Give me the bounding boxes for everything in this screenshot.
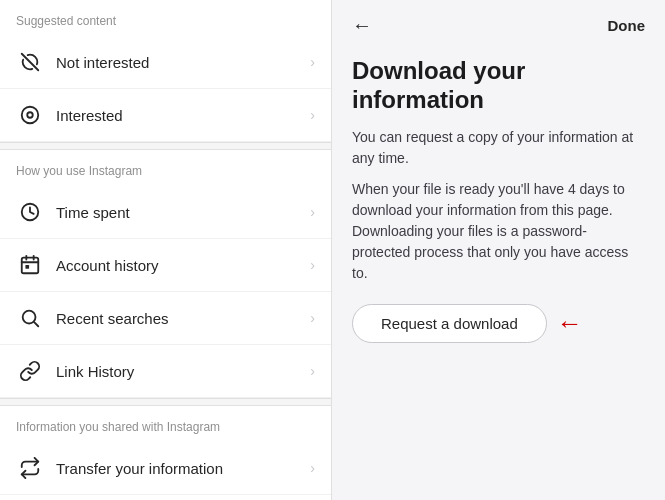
link-icon bbox=[16, 357, 44, 385]
request-btn-container: Request a download ← bbox=[352, 304, 645, 343]
left-panel: Suggested content Not interested › Inter… bbox=[0, 0, 332, 500]
done-button[interactable]: Done bbox=[608, 17, 646, 34]
transfer-icon bbox=[16, 454, 44, 482]
transfer-info-label: Transfer your information bbox=[56, 460, 310, 477]
recent-searches-label: Recent searches bbox=[56, 310, 310, 327]
link-history-label: Link History bbox=[56, 363, 310, 380]
calendar-icon bbox=[16, 251, 44, 279]
not-interested-label: Not interested bbox=[56, 54, 310, 71]
menu-item-recent-searches[interactable]: Recent searches › bbox=[0, 292, 331, 345]
search-icon bbox=[16, 304, 44, 332]
chevron-icon: › bbox=[310, 54, 315, 70]
section-usage-label: How you use Instagram bbox=[0, 150, 331, 186]
right-content: Download your information You can reques… bbox=[332, 47, 665, 500]
svg-rect-8 bbox=[25, 265, 29, 269]
chevron-icon: › bbox=[310, 460, 315, 476]
chevron-icon: › bbox=[310, 204, 315, 220]
page-description-2: When your file is ready you'll have 4 da… bbox=[352, 179, 645, 284]
interested-label: Interested bbox=[56, 107, 310, 124]
account-history-label: Account history bbox=[56, 257, 310, 274]
clock-icon bbox=[16, 198, 44, 226]
menu-item-download-info[interactable]: Download your information ← › bbox=[0, 495, 331, 500]
right-header: ← Done bbox=[332, 0, 665, 47]
menu-item-interested[interactable]: Interested › bbox=[0, 89, 331, 142]
svg-rect-4 bbox=[22, 258, 39, 274]
chevron-icon: › bbox=[310, 363, 315, 379]
interested-icon bbox=[16, 101, 44, 129]
section-shared-label: Information you shared with Instagram bbox=[0, 406, 331, 442]
divider2 bbox=[0, 398, 331, 406]
svg-point-2 bbox=[27, 112, 33, 118]
back-button[interactable]: ← bbox=[352, 14, 372, 37]
page-title: Download your information bbox=[352, 57, 645, 115]
not-interested-icon bbox=[16, 48, 44, 76]
chevron-icon: › bbox=[310, 107, 315, 123]
menu-item-account-history[interactable]: Account history › bbox=[0, 239, 331, 292]
menu-item-link-history[interactable]: Link History › bbox=[0, 345, 331, 398]
svg-line-10 bbox=[34, 322, 38, 326]
divider bbox=[0, 142, 331, 150]
svg-point-1 bbox=[22, 107, 39, 124]
menu-item-not-interested[interactable]: Not interested › bbox=[0, 36, 331, 89]
section-suggested-label: Suggested content bbox=[0, 0, 331, 36]
menu-item-transfer-info[interactable]: Transfer your information › bbox=[0, 442, 331, 495]
request-download-button[interactable]: Request a download bbox=[352, 304, 547, 343]
right-panel: ← Done Download your information You can… bbox=[332, 0, 665, 500]
red-arrow-right-icon: ← bbox=[557, 310, 583, 336]
chevron-icon: › bbox=[310, 257, 315, 273]
page-description-1: You can request a copy of your informati… bbox=[352, 127, 645, 169]
time-spent-label: Time spent bbox=[56, 204, 310, 221]
chevron-icon: › bbox=[310, 310, 315, 326]
menu-item-time-spent[interactable]: Time spent › bbox=[0, 186, 331, 239]
